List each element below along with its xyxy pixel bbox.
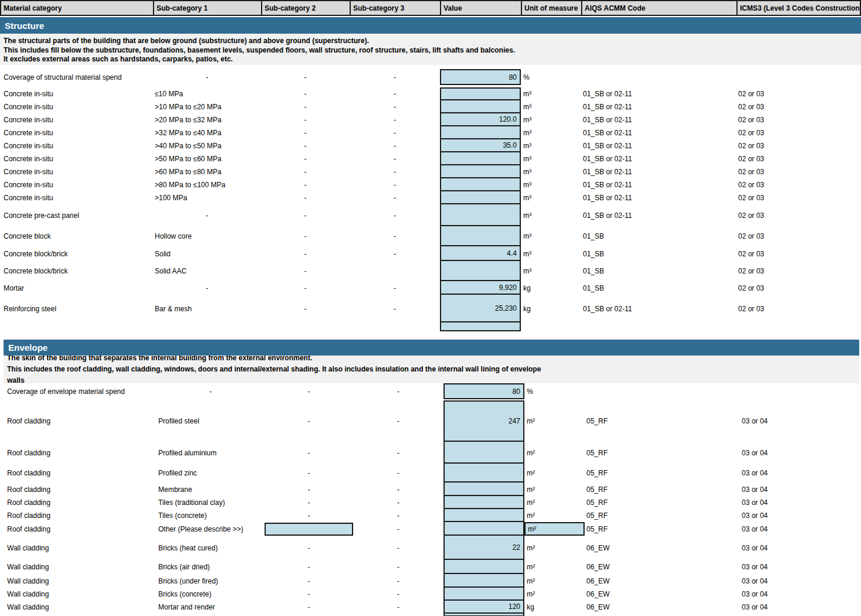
sub-category-3-cell: - bbox=[350, 87, 440, 100]
value-input-cell[interactable] bbox=[443, 574, 524, 588]
unit-cell: m³ bbox=[521, 87, 581, 100]
table-row: Wall claddingBricks (heat cured)--22m²06… bbox=[4, 536, 861, 560]
value-cell-wrap bbox=[443, 509, 524, 522]
value-input-cell[interactable] bbox=[440, 100, 521, 113]
other-describe-input[interactable] bbox=[265, 523, 353, 536]
value-input-cell[interactable] bbox=[440, 226, 521, 246]
column-header-aiqs-acmm-code: AIQS ACMM Code bbox=[582, 1, 738, 15]
aiqs-code-cell: 01_SB or 02-11 bbox=[581, 113, 736, 126]
section-description-structure: The structural parts of the building tha… bbox=[0, 34, 861, 65]
value-cell-wrap bbox=[440, 204, 521, 226]
value-input-cell[interactable] bbox=[443, 483, 524, 496]
unit-cell: m² bbox=[524, 509, 585, 522]
table-row: Roof claddingMembrane--m²05_RF03 or 04 bbox=[4, 483, 861, 496]
sub-category-1-cell: - bbox=[153, 281, 261, 295]
value-input-cell[interactable]: 35.0 bbox=[440, 139, 521, 152]
material-category-cell: Wall cladding bbox=[4, 601, 156, 614]
value-input-cell[interactable] bbox=[443, 614, 524, 616]
material-category-cell: Concrete block bbox=[0, 226, 153, 246]
value-input-cell[interactable] bbox=[443, 560, 524, 574]
sub-category-3-cell: - bbox=[350, 126, 440, 139]
value-cell-wrap bbox=[443, 560, 524, 574]
sub-category-2-cell: - bbox=[265, 588, 353, 601]
sub-category-2-cell bbox=[265, 522, 353, 536]
unit-cell: m³ bbox=[521, 191, 581, 204]
value-cell-wrap bbox=[443, 483, 524, 496]
value-input-cell[interactable] bbox=[440, 322, 521, 331]
sub-category-3-cell: - bbox=[350, 113, 440, 126]
aiqs-code-cell: 01_SB or 02-11 bbox=[581, 165, 736, 178]
value-input-cell[interactable] bbox=[440, 191, 521, 204]
sub-category-3-cell: - bbox=[350, 139, 440, 152]
value-input-cell[interactable]: 120.0 bbox=[440, 113, 521, 126]
sub-category-1-cell: Bricks (air dried) bbox=[156, 560, 265, 574]
material-category-cell: Concrete in-situ bbox=[0, 152, 153, 165]
material-category-cell: Roof cladding bbox=[4, 483, 156, 496]
sub-category-3-cell bbox=[350, 261, 440, 281]
sub-category-2-cell: - bbox=[261, 100, 350, 113]
table-row: Reinforcing steelBar & mesh--25,230kg01_… bbox=[0, 295, 861, 322]
value-input-cell[interactable] bbox=[440, 87, 521, 100]
value-input-cell[interactable] bbox=[440, 126, 521, 139]
aiqs-code-cell: 06_EW bbox=[585, 574, 740, 588]
value-cell-wrap bbox=[440, 152, 521, 165]
sub-category-3-cell: - bbox=[353, 601, 443, 614]
unit-other-input[interactable]: m² bbox=[524, 522, 585, 536]
sub-category-2-cell: - bbox=[261, 69, 350, 85]
icms3-code-cell: 02 or 03 bbox=[736, 100, 861, 113]
value-input-cell[interactable] bbox=[440, 152, 521, 165]
value-input-cell[interactable] bbox=[443, 509, 524, 522]
value-input-cell[interactable]: 120 bbox=[443, 601, 524, 614]
value-input-cell[interactable] bbox=[440, 165, 521, 178]
value-cell-wrap: 120.0 bbox=[440, 113, 521, 126]
value-input-cell[interactable] bbox=[443, 588, 524, 601]
icms3-code-cell: 02 or 03 bbox=[736, 295, 861, 322]
sub-category-3-cell: - bbox=[350, 152, 440, 165]
aiqs-code-cell: 01_SB or 02-11 bbox=[581, 191, 736, 204]
unit-cell: m³ bbox=[521, 165, 581, 178]
value-cell-wrap bbox=[440, 191, 521, 204]
value-input-cell[interactable] bbox=[443, 442, 524, 464]
value-input-cell[interactable] bbox=[440, 178, 521, 191]
unit-cell bbox=[524, 614, 585, 616]
value-cell-wrap bbox=[443, 442, 524, 464]
value-cell-wrap bbox=[440, 100, 521, 113]
sub-category-1-cell: - bbox=[153, 204, 261, 226]
sub-category-3-cell: - bbox=[353, 509, 443, 522]
value-input-cell[interactable] bbox=[443, 464, 524, 483]
sub-category-1-cell: Tiles (traditional clay) bbox=[156, 496, 265, 509]
unit-cell: m² bbox=[524, 464, 585, 483]
value-cell-wrap bbox=[443, 574, 524, 588]
unit-cell: m³ bbox=[521, 100, 581, 113]
value-input-cell[interactable] bbox=[440, 261, 521, 281]
sub-category-2-cell: - bbox=[265, 483, 353, 496]
column-header-row: Material category Sub-category 1 Sub-cat… bbox=[0, 0, 861, 16]
value-input-cell[interactable]: 22 bbox=[443, 536, 524, 560]
value-cell-wrap: 35.0 bbox=[440, 139, 521, 152]
description-line: This includes fill below the substructur… bbox=[4, 46, 861, 56]
value-cell-wrap bbox=[443, 614, 524, 616]
value-cell-wrap: 80 bbox=[443, 383, 524, 399]
unit-cell: m² bbox=[524, 483, 585, 496]
column-header-sub-category-2: Sub-category 2 bbox=[262, 1, 351, 15]
value-input-cell[interactable] bbox=[443, 496, 524, 509]
value-input-cell[interactable]: 9,920 bbox=[440, 281, 521, 295]
material-category-cell: Concrete block/brick bbox=[0, 246, 153, 261]
value-input-cell[interactable] bbox=[440, 204, 521, 226]
value-input-cell[interactable]: 4.4 bbox=[440, 246, 521, 261]
value-input-cell[interactable]: 25,230 bbox=[440, 295, 521, 322]
icms3-code-cell: 03 or 04 bbox=[740, 601, 861, 614]
value-input-cell[interactable] bbox=[443, 522, 524, 536]
sub-category-2-cell: - bbox=[261, 191, 350, 204]
sub-category-3-cell: - bbox=[353, 522, 443, 536]
value-input-cell[interactable]: 80 bbox=[443, 383, 524, 399]
table-row: Roof claddingOther (Please describe >>)-… bbox=[4, 522, 861, 536]
aiqs-code-cell: 01_SB or 02-11 bbox=[581, 87, 736, 100]
sub-category-1-cell: Mortar and render bbox=[156, 601, 265, 614]
sub-category-2-cell: - bbox=[265, 496, 353, 509]
value-cell-wrap: 9,920 bbox=[440, 281, 521, 295]
value-input-cell[interactable]: 80 bbox=[440, 69, 521, 85]
icms3-code-cell: 03 or 04 bbox=[740, 574, 861, 588]
sub-category-3-cell: - bbox=[350, 226, 440, 246]
value-input-cell[interactable]: 247 bbox=[443, 400, 524, 442]
